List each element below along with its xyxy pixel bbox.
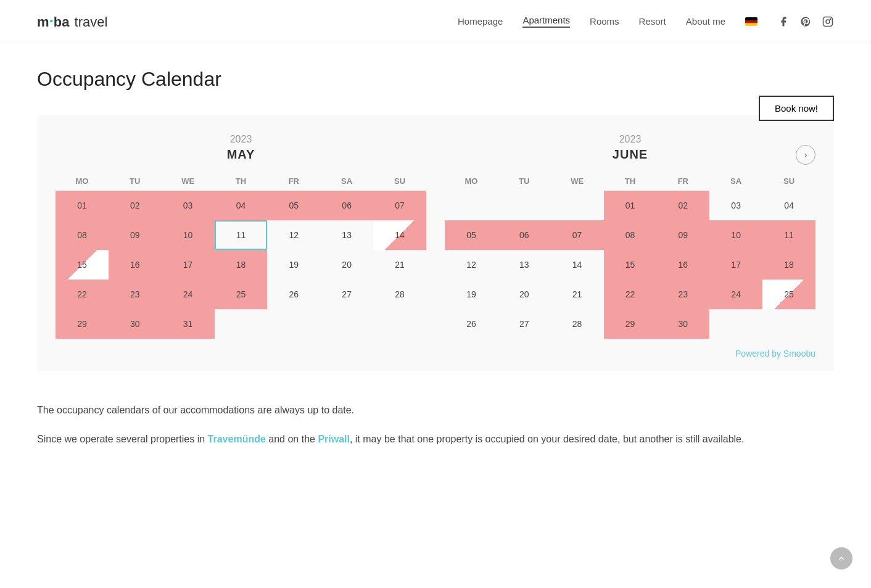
table-row[interactable]: 08 [56, 220, 109, 250]
table-row[interactable]: 16 [656, 250, 709, 280]
table-row[interactable]: 12 [267, 220, 320, 250]
day-cell: 18 [762, 250, 815, 280]
june-month: JUNE [613, 147, 648, 162]
table-row[interactable]: 21 [373, 250, 426, 280]
table-row[interactable]: 21 [551, 280, 604, 309]
table-row[interactable]: 17 [162, 250, 215, 280]
table-row[interactable]: 24 [709, 280, 762, 309]
day-cell: 20 [320, 250, 373, 280]
instagram-icon[interactable] [822, 15, 834, 28]
table-row[interactable]: 15 [56, 250, 109, 280]
facebook-icon[interactable] [777, 15, 790, 28]
day-cell: 16 [656, 250, 709, 280]
table-row[interactable]: 08 [604, 220, 657, 250]
table-row[interactable]: 04 [762, 191, 815, 220]
table-row[interactable]: 19 [267, 250, 320, 280]
table-row[interactable]: 25 [215, 280, 268, 309]
table-row [709, 309, 762, 339]
book-now-button[interactable]: Book now! [759, 96, 834, 121]
svg-rect-0 [824, 17, 833, 26]
table-row[interactable]: 01 [604, 191, 657, 220]
next-month-button[interactable]: › [796, 145, 815, 165]
table-row[interactable]: 06 [498, 220, 551, 250]
day-cell: 03 [162, 191, 215, 220]
table-row[interactable]: 17 [709, 250, 762, 280]
weekday-sa: SA [709, 172, 762, 191]
pinterest-icon[interactable] [799, 15, 812, 28]
table-row [762, 309, 815, 339]
calendar-week: 05060708091011 [445, 220, 815, 250]
table-row[interactable]: 14 [373, 220, 426, 250]
table-row[interactable]: 18 [215, 250, 268, 280]
table-row[interactable]: 28 [551, 309, 604, 339]
table-row[interactable]: 11 [215, 220, 268, 250]
table-row[interactable]: 14 [551, 250, 604, 280]
day-cell: 12 [267, 220, 320, 250]
table-row[interactable]: 20 [320, 250, 373, 280]
table-row[interactable]: 01 [56, 191, 109, 220]
table-row[interactable]: 09 [656, 220, 709, 250]
table-row[interactable]: 27 [498, 309, 551, 339]
nav-rooms[interactable]: Rooms [590, 16, 619, 27]
june-calendar: 2023 JUNE › MO TU WE TH FR [445, 134, 815, 339]
table-row[interactable]: 27 [320, 280, 373, 309]
nav-about-me[interactable]: About me [686, 16, 725, 27]
table-row[interactable]: 22 [604, 280, 657, 309]
table-row[interactable]: 05 [445, 220, 498, 250]
table-row[interactable]: 26 [267, 280, 320, 309]
table-row[interactable]: 24 [162, 280, 215, 309]
language-flag-icon[interactable] [745, 17, 757, 26]
table-row[interactable]: 13 [498, 250, 551, 280]
weekday-sa: SA [320, 172, 373, 191]
nav-apartments[interactable]: Apartments [522, 15, 570, 28]
table-row[interactable]: 23 [109, 280, 162, 309]
table-row[interactable]: 03 [162, 191, 215, 220]
table-row[interactable]: 19 [445, 280, 498, 309]
table-row[interactable]: 02 [656, 191, 709, 220]
table-row[interactable]: 31 [162, 309, 215, 339]
table-row[interactable]: 10 [162, 220, 215, 250]
calendar-container: 2023 MAY MO TU WE TH FR SA [37, 115, 834, 371]
table-row[interactable]: 12 [445, 250, 498, 280]
table-row[interactable]: 15 [604, 250, 657, 280]
travemunde-link[interactable]: Travemünde [208, 434, 266, 444]
day-cell: 08 [56, 220, 109, 250]
table-row[interactable]: 03 [709, 191, 762, 220]
day-cell: 24 [709, 280, 762, 309]
table-row[interactable]: 10 [709, 220, 762, 250]
table-row[interactable]: 28 [373, 280, 426, 309]
nav-homepage[interactable]: Homepage [458, 16, 503, 27]
calendar-week: 08091011121314 [56, 220, 426, 250]
table-row[interactable]: 13 [320, 220, 373, 250]
table-row[interactable]: 02 [109, 191, 162, 220]
table-row[interactable]: 07 [373, 191, 426, 220]
table-row[interactable]: 09 [109, 220, 162, 250]
table-row[interactable]: 16 [109, 250, 162, 280]
table-row[interactable]: 29 [604, 309, 657, 339]
table-row[interactable]: 06 [320, 191, 373, 220]
table-row[interactable]: 18 [762, 250, 815, 280]
weekday-fr: FR [267, 172, 320, 191]
day-cell: 19 [267, 250, 320, 280]
table-row[interactable]: 30 [109, 309, 162, 339]
header: m·ba travel Homepage Apartments Rooms Re… [0, 0, 871, 43]
table-row[interactable]: 20 [498, 280, 551, 309]
day-cell: 02 [656, 191, 709, 220]
table-row[interactable]: 22 [56, 280, 109, 309]
june-month-header: JUNE › [445, 147, 815, 162]
table-row[interactable]: 07 [551, 220, 604, 250]
priwall-link[interactable]: Priwall [318, 434, 350, 444]
table-row[interactable]: 30 [656, 309, 709, 339]
table-row[interactable]: 11 [762, 220, 815, 250]
table-row[interactable]: 23 [656, 280, 709, 309]
table-row[interactable]: 29 [56, 309, 109, 339]
table-row[interactable]: 25 [762, 280, 815, 309]
logo[interactable]: m·ba travel [37, 12, 107, 31]
table-row[interactable]: 26 [445, 309, 498, 339]
nav-resort[interactable]: Resort [639, 16, 666, 27]
table-row[interactable]: 04 [215, 191, 268, 220]
social-icons [777, 15, 834, 28]
table-row[interactable]: 05 [267, 191, 320, 220]
table-row [320, 309, 373, 339]
table-row [551, 191, 604, 220]
